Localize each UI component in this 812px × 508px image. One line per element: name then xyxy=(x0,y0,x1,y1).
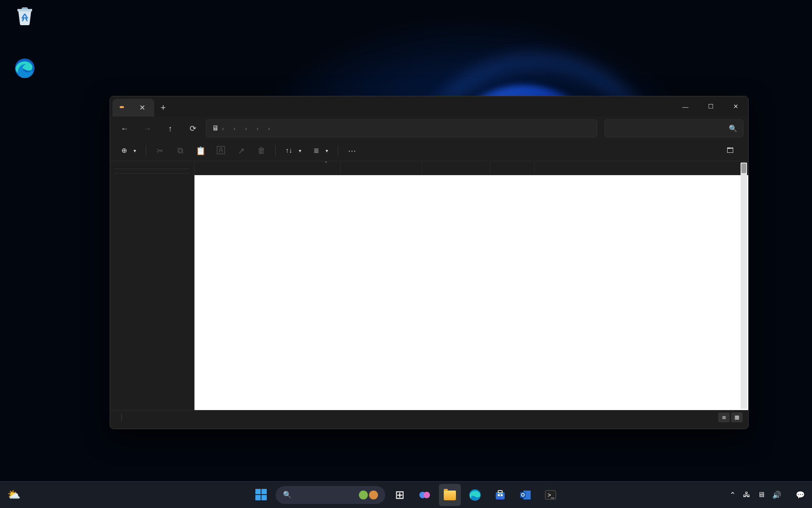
file-list[interactable] xyxy=(194,175,748,410)
notifications-icon[interactable]: 💬 xyxy=(796,491,805,499)
pc-icon: 🖥 xyxy=(212,124,219,132)
sort-icon: ↑↓ xyxy=(285,147,292,155)
minimize-button[interactable]: — xyxy=(673,96,698,117)
svg-text:>_: >_ xyxy=(548,492,554,498)
recycle-bin-icon xyxy=(13,4,36,27)
svg-text:O: O xyxy=(521,492,525,498)
terminal-taskbar[interactable]: >_ xyxy=(540,484,561,506)
outlook-taskbar[interactable]: O xyxy=(514,484,536,506)
share-icon: ↗ xyxy=(238,146,245,156)
details-pane-button[interactable]: 🗔 xyxy=(722,143,742,158)
back-button[interactable]: ← xyxy=(115,120,134,137)
svg-rect-3 xyxy=(255,495,261,500)
ellipsis-icon: ⋯ xyxy=(348,146,356,156)
more-button[interactable]: ⋯ xyxy=(343,143,361,158)
share-button[interactable]: ↗ xyxy=(232,143,250,158)
sort-chevron-icon: ⌃ xyxy=(324,161,328,166)
edge-icon xyxy=(13,57,36,80)
store-taskbar[interactable] xyxy=(489,484,511,506)
close-tab-icon[interactable]: ✕ xyxy=(139,103,145,112)
svg-rect-4 xyxy=(261,495,267,500)
view-icon: ≣ xyxy=(313,146,319,155)
up-button[interactable]: ↑ xyxy=(160,120,180,137)
copy-button[interactable]: ⧉ xyxy=(171,143,189,158)
maximize-button[interactable]: ☐ xyxy=(698,96,723,117)
cut-icon: ✂ xyxy=(157,146,164,156)
svg-rect-1 xyxy=(255,489,261,494)
delete-button[interactable]: 🗑 xyxy=(253,143,270,158)
rename-button[interactable]: 🄰 xyxy=(212,143,230,158)
copilot-button[interactable] xyxy=(414,484,436,506)
forward-button[interactable]: → xyxy=(138,120,157,137)
files-pane: ⌃ xyxy=(194,161,748,410)
search-icon: 🔍 xyxy=(283,491,292,499)
search-input[interactable]: 🔍 xyxy=(605,119,743,137)
scrollbar-thumb[interactable] xyxy=(741,163,746,173)
chevron-down-icon: ▾ xyxy=(299,148,301,154)
chevron-down-icon: ▾ xyxy=(326,148,328,154)
plus-circle-icon: ⊕ xyxy=(121,146,127,155)
weather-widget[interactable]: ⛅ xyxy=(7,488,24,501)
svg-rect-9 xyxy=(498,491,502,493)
desktop-icon-edge[interactable] xyxy=(2,57,47,82)
new-button[interactable]: ⊕▾ xyxy=(117,143,141,158)
file-explorer-taskbar[interactable] xyxy=(439,484,461,506)
address-bar[interactable]: 🖥› › › › › xyxy=(206,119,597,137)
weather-icon: ⛅ xyxy=(7,488,20,501)
rename-icon: 🄰 xyxy=(217,146,225,155)
search-icon: 🔍 xyxy=(729,124,737,133)
column-header-date[interactable] xyxy=(341,161,422,175)
view-details-button[interactable]: ≣ xyxy=(718,412,730,422)
vpn-icon[interactable]: 🖧 xyxy=(743,491,750,499)
column-header-name[interactable] xyxy=(203,161,341,175)
new-tab-button[interactable]: + xyxy=(154,99,172,117)
search-highlights-icon xyxy=(359,491,378,499)
view-grid-button[interactable]: ▦ xyxy=(731,412,743,422)
paste-button[interactable]: 📋 xyxy=(192,143,209,158)
svg-point-6 xyxy=(423,492,430,498)
network-icon[interactable]: 🖥 xyxy=(758,491,765,499)
window-tab[interactable]: ✕ xyxy=(112,99,154,117)
toolbar: ⊕▾ ✂ ⧉ 📋 🄰 ↗ 🗑 ↑↓▾ ≣▾ ⋯ 🗔 xyxy=(110,140,748,161)
column-header-size[interactable] xyxy=(490,161,535,175)
svg-rect-11 xyxy=(501,494,503,496)
refresh-button[interactable]: ⟳ xyxy=(183,120,203,137)
taskview-button[interactable]: ⊞ xyxy=(389,484,410,506)
details-pane-icon: 🗔 xyxy=(727,147,734,155)
column-header-type[interactable] xyxy=(422,161,490,175)
copy-icon: ⧉ xyxy=(177,146,183,155)
nav-row: ← → ↑ ⟳ 🖥› › › › › 🔍 xyxy=(110,117,748,140)
tray-chevron-icon[interactable]: ⌃ xyxy=(730,491,736,499)
cut-button[interactable]: ✂ xyxy=(151,143,169,158)
start-button[interactable] xyxy=(251,484,272,506)
desktop-icon-recycle-bin[interactable] xyxy=(2,4,47,29)
close-button[interactable]: ✕ xyxy=(723,96,748,117)
scrollbar[interactable] xyxy=(741,163,747,409)
file-explorer-window: ✕ + — ☐ ✕ ← → ↑ ⟳ 🖥› › › › › 🔍 ⊕▾ ✂ ⧉ 📋 … xyxy=(110,96,749,429)
taskbar-search[interactable]: 🔍 xyxy=(276,486,385,504)
titlebar: ✕ + — ☐ ✕ xyxy=(110,96,748,117)
sort-button[interactable]: ↑↓▾ xyxy=(281,143,306,158)
chevron-down-icon: ▾ xyxy=(134,148,136,154)
view-button[interactable]: ≣▾ xyxy=(309,143,333,158)
taskview-icon: ⊞ xyxy=(395,488,404,501)
status-bar: ≣ ▦ xyxy=(110,410,748,424)
navigation-sidebar xyxy=(110,161,194,410)
paste-icon: 📋 xyxy=(196,146,206,156)
svg-rect-2 xyxy=(261,489,267,494)
edge-taskbar[interactable] xyxy=(464,484,486,506)
column-headers: ⌃ xyxy=(194,161,748,175)
taskbar: ⛅ 🔍 ⊞ O >_ ⌃ 🖧 🖥 🔊 xyxy=(0,481,812,508)
trash-icon: 🗑 xyxy=(257,146,266,155)
volume-icon[interactable]: 🔊 xyxy=(772,491,781,499)
svg-rect-10 xyxy=(498,494,500,496)
